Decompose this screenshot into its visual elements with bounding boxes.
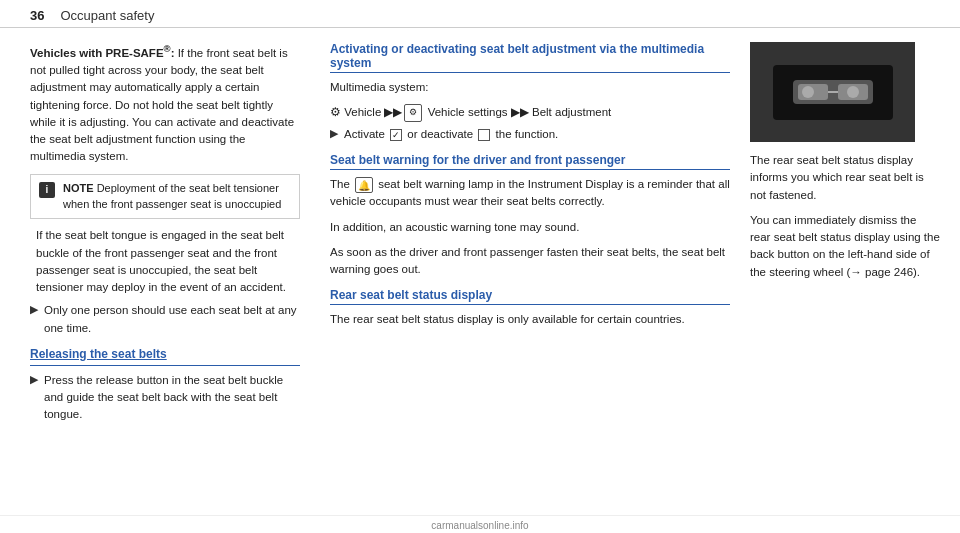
activate-item: ▶ Activate or deactivate the function.	[330, 126, 730, 143]
content: Vehicles with PRE-SAFE®: If the front se…	[0, 28, 960, 515]
car-icon: ⚙	[330, 104, 341, 121]
page-container: 36 Occupant safety Vehicles with PRE-SAF…	[0, 0, 960, 533]
activate-arrow-marker: ▶	[330, 127, 338, 140]
svg-point-4	[802, 86, 814, 98]
releasing-heading: Releasing the seat belts	[30, 347, 300, 361]
empty-checkbox-icon	[478, 129, 490, 141]
vehicle-settings-icon: ⚙	[404, 104, 422, 122]
right-column: Activating or deactivating seat belt adj…	[320, 42, 740, 507]
only-one-person-item: ▶ Only one person should use each seat b…	[30, 302, 300, 337]
seat-belt-heading: Seat belt warning for the driver and fro…	[330, 153, 730, 167]
seat-belt-p1: The 🔔 seat belt warning lamp in the Inst…	[330, 176, 730, 211]
note-text: NOTE Deployment of the seat belt tension…	[63, 181, 291, 213]
activating-heading: Activating or deactivating seat belt adj…	[330, 42, 730, 70]
seat-belt-divider	[330, 169, 730, 170]
arrow-right-2: ▶▶	[511, 104, 529, 121]
header: 36 Occupant safety	[0, 0, 960, 28]
releasing-divider	[30, 365, 300, 366]
arrow-right-1: ▶▶	[384, 104, 402, 121]
releasing-arrow-item: ▶ Press the release button in the seat b…	[30, 372, 300, 424]
far-right-caption-p1: The rear seat belt status display inform…	[750, 152, 940, 204]
footer: carmanualsonline.info	[0, 515, 960, 533]
rear-divider	[330, 304, 730, 305]
only-one-person-text: Only one person should use each seat bel…	[44, 302, 300, 337]
left-column: Vehicles with PRE-SAFE®: If the front se…	[30, 42, 320, 507]
note-box: i NOTE Deployment of the seat belt tensi…	[30, 174, 300, 220]
rear-heading: Rear seat belt status display	[330, 288, 730, 302]
image-inner	[773, 65, 893, 120]
activate-text: Activate or deactivate the function.	[344, 126, 558, 143]
far-right-column: The rear seat belt status display inform…	[740, 42, 940, 507]
intro-paragraph: Vehicles with PRE-SAFE®: If the front se…	[30, 42, 300, 166]
seat-belt-warning-icon: 🔔	[355, 177, 373, 193]
seat-belt-display-image	[750, 42, 915, 142]
indent-paragraph: If the seat belt tongue is engaged in th…	[36, 227, 300, 296]
multimedia-label: Multimedia system:	[330, 79, 730, 96]
seat-belt-p3: As soon as the driver and front passenge…	[330, 244, 730, 279]
activating-divider	[330, 72, 730, 73]
far-right-caption-p2: You can immediately dismiss the rear sea…	[750, 212, 940, 281]
svg-point-5	[847, 86, 859, 98]
rear-p1: The rear seat belt status display is onl…	[330, 311, 730, 328]
checked-checkbox-icon	[390, 129, 402, 141]
multimedia-path-row: ⚙ Vehicle ▶▶ ⚙ Vehicle settings ▶▶ Belt …	[330, 104, 730, 122]
note-icon: i	[39, 182, 55, 198]
releasing-arrow-marker: ▶	[30, 373, 38, 386]
seat-belt-svg	[788, 72, 878, 112]
releasing-arrow-text: Press the release button in the seat bel…	[44, 372, 300, 424]
watermark-text: carmanualsonline.info	[431, 520, 528, 531]
seat-belt-p2: In addition, an acoustic warning tone ma…	[330, 219, 730, 236]
header-title: Occupant safety	[60, 8, 154, 23]
arrow-marker: ▶	[30, 303, 38, 316]
page-number: 36	[30, 8, 44, 23]
